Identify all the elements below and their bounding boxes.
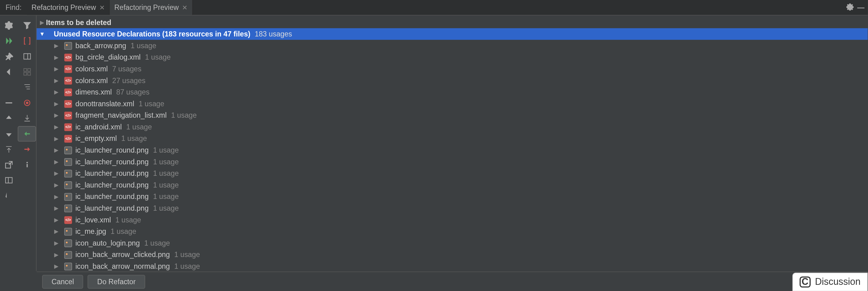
arrow-right-icon: ▶ — [53, 54, 60, 60]
expand-all-icon[interactable] — [0, 80, 18, 95]
collapse-all-icon[interactable] — [0, 95, 18, 111]
up-icon[interactable] — [0, 111, 18, 126]
arrow-right-icon: ▶ — [53, 205, 60, 211]
xml-file-icon: </> — [64, 122, 73, 131]
xml-file-icon: </> — [64, 65, 73, 74]
arrow-right-icon: ▶ — [53, 228, 60, 234]
image-file-icon — [64, 204, 73, 213]
file-row[interactable]: ▶ic_me.jpg1 usage — [36, 225, 868, 237]
file-name: donottranslate.xml — [75, 100, 134, 108]
svg-point-9 — [26, 162, 28, 163]
do-refactor-button[interactable]: Do Refactor — [88, 275, 145, 289]
file-name: icon_back_arrow_clicked.png — [75, 251, 169, 259]
minimize-icon[interactable]: — — [857, 3, 868, 12]
file-row[interactable]: ▶</>ic_empty.xml1 usage — [36, 133, 868, 145]
cancel-button[interactable]: Cancel — [42, 275, 83, 289]
filter-icon[interactable] — [18, 17, 36, 33]
file-usage: 1 usage — [131, 41, 156, 50]
file-row[interactable]: ▶ic_launcher_round.png1 usage — [36, 202, 868, 214]
file-usage: 1 usage — [144, 239, 170, 247]
merge-icon[interactable] — [18, 142, 36, 157]
svg-rect-0 — [24, 54, 30, 59]
tab-refactoring-preview[interactable]: Refactoring Preview✕ — [27, 0, 110, 15]
layout-icon[interactable] — [0, 172, 18, 188]
arrow-right-icon: ▶ — [53, 194, 60, 200]
brackets-icon[interactable] — [18, 33, 36, 48]
arrow-right-icon: ▶ — [53, 263, 60, 269]
file-row[interactable]: ▶ic_launcher_round.png1 usage — [36, 191, 868, 203]
file-name: colors.xml — [75, 65, 108, 73]
gear-icon[interactable] — [843, 3, 858, 12]
tree-up-icon[interactable] — [0, 142, 18, 157]
discussion-widget[interactable]: C Discussion — [792, 272, 868, 291]
export-icon[interactable] — [0, 157, 18, 172]
image-file-icon — [64, 227, 73, 236]
file-usage: 1 usage — [126, 123, 152, 131]
image-file-icon — [64, 239, 73, 248]
xml-file-icon: </> — [64, 99, 73, 108]
image-file-icon — [64, 180, 73, 189]
target-icon[interactable] — [18, 95, 36, 111]
group-label: Unused Resource Declarations (183 resour… — [54, 30, 250, 38]
group-icon[interactable] — [18, 64, 36, 80]
file-usage: 1 usage — [116, 216, 141, 224]
file-row[interactable]: ▶</>dimens.xml87 usages — [36, 86, 868, 98]
file-usage: 7 usages — [112, 65, 142, 73]
arrow-down-icon: ▼ — [38, 31, 46, 37]
arrow-right-icon: ▶ — [53, 101, 60, 107]
back-icon[interactable] — [0, 64, 18, 80]
tree-group-unused[interactable]: ▼Unused Resource Declarations (183 resou… — [36, 28, 868, 40]
file-row[interactable]: ▶</>colors.xml27 usages — [36, 75, 868, 86]
file-row[interactable]: ▶ic_launcher_round.png1 usage — [36, 144, 868, 156]
file-usage: 27 usages — [112, 76, 146, 85]
file-row[interactable]: ▶ic_launcher_round.png1 usage — [36, 168, 868, 179]
file-row[interactable]: ▶</>ic_love.xml1 usage — [36, 214, 868, 226]
file-row[interactable]: ▶</>ic_android.xml1 usage — [36, 121, 868, 133]
file-row[interactable]: ▶back_arrow.png1 usage — [36, 40, 868, 51]
svg-point-7 — [26, 102, 28, 104]
file-usage: 1 usage — [174, 251, 200, 259]
svg-rect-10 — [26, 164, 28, 168]
file-row[interactable]: ▶icon_auto_login.png1 usage — [36, 237, 868, 249]
file-name: back_arrow.png — [75, 41, 126, 50]
file-row[interactable]: ▶ic_launcher_round.png1 usage — [36, 156, 868, 168]
arrow-right-icon: ▶ — [53, 112, 60, 118]
arrow-right-icon: ▶ — [53, 159, 60, 165]
image-file-icon — [64, 250, 73, 259]
file-name: ic_launcher_round.png — [75, 192, 149, 201]
image-file-icon — [64, 41, 73, 50]
pin-icon[interactable] — [0, 49, 18, 64]
close-icon[interactable]: ✕ — [99, 4, 105, 11]
file-name: ic_launcher_round.png — [75, 146, 149, 154]
file-row[interactable]: ▶</>bg_circle_dialog.xml1 usage — [36, 51, 868, 63]
file-usage: 1 usage — [153, 146, 179, 154]
tab-refactoring-preview[interactable]: Refactoring Preview✕ — [110, 0, 192, 15]
close-icon[interactable]: ✕ — [182, 4, 188, 11]
file-row[interactable]: ▶ic_launcher_round.png1 usage — [36, 179, 868, 191]
arrow-right-icon: ▶ — [53, 147, 60, 153]
button-bar: Cancel Do Refactor — [36, 271, 868, 291]
file-row[interactable]: ▶</>colors.xml7 usages — [36, 63, 868, 75]
autoscroll-icon[interactable] — [18, 126, 36, 142]
group-usage: 183 usages — [255, 30, 292, 38]
preview-panel-icon[interactable] — [18, 49, 36, 64]
rerun-icon[interactable] — [0, 33, 18, 48]
down-icon[interactable] — [0, 126, 18, 142]
tree-root[interactable]: ▶Items to be deleted — [36, 17, 868, 28]
file-row[interactable]: ▶icon_back_arrow_clicked.png1 usage — [36, 249, 868, 261]
arrow-right-icon: ▶ — [53, 182, 60, 188]
sort-icon[interactable] — [0, 188, 18, 204]
svg-rect-3 — [28, 69, 30, 71]
file-usage: 1 usage — [139, 100, 164, 108]
settings-icon[interactable] — [0, 17, 18, 33]
tab-title: Refactoring Preview — [114, 3, 179, 12]
file-row[interactable]: ▶icon_back_arrow_normal.png1 usage — [36, 260, 868, 271]
file-row[interactable]: ▶</>fragment_navigation_list.xml1 usage — [36, 109, 868, 121]
file-usage: 1 usage — [153, 169, 179, 178]
tree-down-icon[interactable] — [18, 111, 36, 126]
collapse-indent-icon[interactable] — [18, 80, 36, 95]
file-row[interactable]: ▶</>donottranslate.xml1 usage — [36, 98, 868, 110]
info-icon[interactable] — [18, 157, 36, 172]
file-name: dimens.xml — [75, 88, 112, 96]
image-file-icon — [64, 262, 73, 271]
